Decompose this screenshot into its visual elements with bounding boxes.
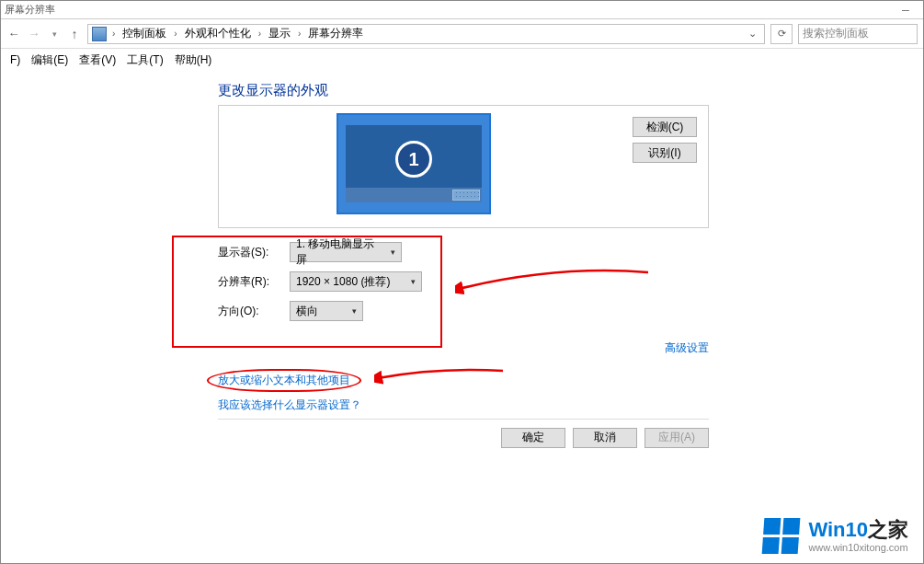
address-bar: ← → ▾ ↑ › 控制面板 › 外观和个性化 › 显示 › 屏幕分辨率 ⌄ ⟳… (1, 19, 923, 49)
dialog-action-bar: 确定 取消 应用(A) (218, 419, 709, 455)
search-placeholder: 搜索控制面板 (803, 26, 869, 41)
forward-icon[interactable]: → (27, 27, 41, 41)
minimize-icon[interactable]: ─ (892, 5, 919, 16)
orientation-combobox[interactable]: 横向 ▾ (290, 301, 363, 321)
search-input[interactable]: 搜索控制面板 (798, 24, 918, 44)
advanced-settings-link[interactable]: 高级设置 (665, 341, 709, 354)
window-titlebar: 屏幕分辨率 ─ (1, 1, 923, 19)
which-display-link[interactable]: 我应该选择什么显示器设置？ (218, 398, 361, 411)
crumb-1[interactable]: 外观和个性化 (183, 26, 253, 41)
watermark: Win10之家 www.win10xitong.com (763, 518, 908, 554)
crumb-sep: › (110, 29, 117, 39)
resolution-value: 1920 × 1080 (推荐) (296, 274, 390, 290)
help-links: 放大或缩小文本和其他项目 我应该选择什么显示器设置？ (218, 373, 923, 413)
address-dropdown-icon[interactable]: ⌄ (744, 25, 760, 43)
menu-help[interactable]: 帮助(H) (175, 52, 212, 68)
address-field[interactable]: › 控制面板 › 外观和个性化 › 显示 › 屏幕分辨率 ⌄ (87, 24, 765, 44)
resolution-label: 分辨率(R): (218, 274, 277, 290)
monitor-preview-panel: 1 检测(C) 识别(I) (218, 105, 709, 228)
crumb-3[interactable]: 屏幕分辨率 (306, 26, 365, 41)
display-combobox[interactable]: 1. 移动电脑显示屏 ▾ (290, 242, 402, 262)
crumb-2[interactable]: 显示 (267, 26, 292, 41)
taskbar-icon (346, 188, 482, 202)
content-area: 更改显示器的外观 1 检测(C) 识别(I) 显示器(S): 1. 移动电脑显示… (1, 71, 923, 563)
watermark-title: Win10之家 (808, 519, 908, 541)
identify-button[interactable]: 识别(I) (633, 143, 697, 163)
menu-view[interactable]: 查看(V) (79, 52, 116, 68)
menu-tools[interactable]: 工具(T) (127, 52, 163, 68)
history-chevron-icon[interactable]: ▾ (47, 27, 62, 41)
orientation-value: 横向 (296, 304, 318, 319)
taskbar-grid-icon (452, 190, 480, 201)
menu-edit[interactable]: 编辑(E) (31, 52, 68, 68)
apply-button[interactable]: 应用(A) (645, 428, 709, 448)
ok-button[interactable]: 确定 (501, 428, 565, 448)
monitor-number-badge: 1 (395, 141, 432, 178)
display-label: 显示器(S): (218, 245, 277, 260)
settings-form: 显示器(S): 1. 移动电脑显示屏 ▾ 分辨率(R): 1920 × 1080… (218, 237, 709, 326)
refresh-icon[interactable]: ⟳ (770, 24, 793, 44)
up-icon[interactable]: ↑ (67, 27, 82, 41)
detect-button[interactable]: 检测(C) (633, 117, 697, 137)
monitor-preview[interactable]: 1 (337, 113, 491, 214)
crumb-0[interactable]: 控制面板 (120, 26, 168, 41)
resolution-combobox[interactable]: 1920 × 1080 (推荐) ▾ (290, 271, 422, 292)
display-value: 1. 移动电脑显示屏 (296, 236, 383, 268)
chevron-down-icon: ▾ (411, 277, 416, 286)
windows-logo-icon (762, 518, 801, 554)
window-title: 屏幕分辨率 (5, 3, 55, 17)
chevron-down-icon: ▾ (391, 247, 395, 257)
chevron-down-icon: ▾ (352, 306, 357, 316)
menu-bar: F) 编辑(E) 查看(V) 工具(T) 帮助(H) (1, 49, 923, 71)
menu-file[interactable]: F) (10, 53, 20, 66)
cancel-button[interactable]: 取消 (573, 428, 637, 448)
orientation-label: 方向(O): (218, 304, 277, 319)
page-heading: 更改显示器的外观 (218, 82, 923, 99)
watermark-url: www.win10xitong.com (808, 542, 908, 553)
back-icon[interactable]: ← (6, 27, 21, 41)
zoom-text-link[interactable]: 放大或缩小文本和其他项目 (218, 373, 350, 388)
control-panel-icon (92, 27, 107, 41)
annotation-arrow-2 (374, 365, 512, 393)
